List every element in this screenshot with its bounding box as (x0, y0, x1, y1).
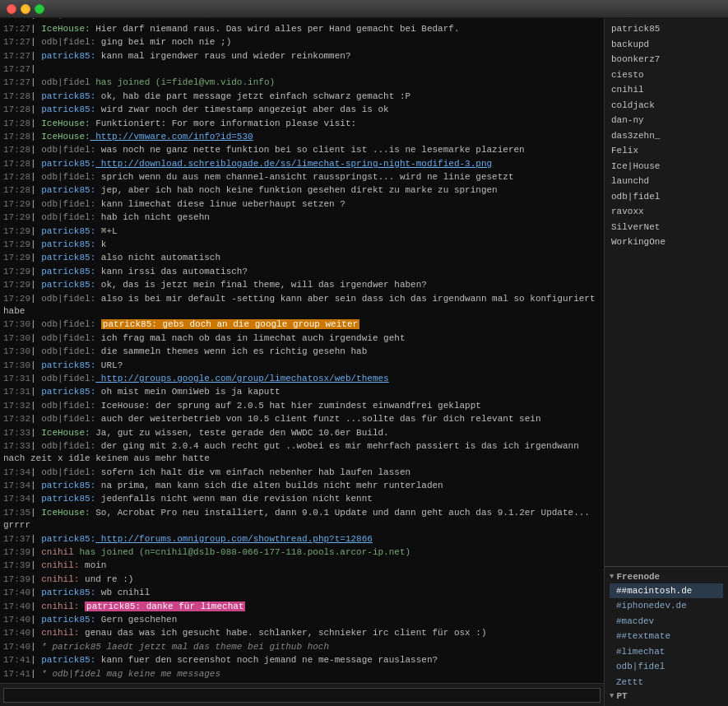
user-item[interactable]: ciesto (610, 67, 723, 83)
msg-time: 17:37 (3, 534, 30, 544)
nick: cnihil: (41, 601, 79, 611)
nick: IceHouse: (41, 428, 90, 438)
msg-line: 17:41| * odb|fidel mag keine me messages (3, 668, 600, 680)
nick: cnihil: (41, 574, 79, 584)
minimize-button[interactable] (21, 4, 30, 14)
link-text[interactable]: http://forums.omnigroup.com/showthread.p… (95, 534, 373, 544)
msg-line: 17:28| IceHouse: Funktioniert: For more … (3, 118, 600, 130)
msg-line: 17:35| IceHouse: So, Acrobat Pro neu ins… (3, 507, 600, 532)
channel-item[interactable]: #limechat (610, 644, 723, 660)
msg-line: 17:27| (3, 63, 600, 76)
msg-time: 17:31 (3, 387, 30, 397)
user-item[interactable]: Felix (610, 143, 723, 159)
nick: patrick85: (41, 280, 95, 290)
msg-line: 17:40| patrick85: Gern geschehen (3, 614, 600, 626)
msg-text: kann limechat diese linue ueberhaupt set… (95, 199, 345, 209)
msg-line: 17:27| odb|fidel: ging bei mir noch nie … (3, 36, 600, 49)
msg-line: 17:39| cnihil has joined (n=cnihil@dslb-… (3, 546, 600, 559)
msg-line: 17:29| odb|fidel: hab ich nicht gesehn (3, 211, 600, 224)
channel-group-header[interactable]: ▼Freenode (610, 570, 723, 583)
msg-line: 17:30| patrick85: URL? (3, 360, 600, 372)
user-item[interactable]: coldjack (610, 98, 723, 114)
user-item[interactable]: das3zehn_ (610, 128, 723, 144)
msg-time: 17:28 (3, 91, 30, 101)
msg-time: 17:29 (3, 212, 30, 222)
msg-line: 17:33| odb|fidel: der ging mit 2.0.4 auc… (3, 440, 600, 466)
nick: patrick85: (41, 267, 95, 276)
chat-input-area (0, 683, 604, 706)
join-text: has joined (n=cnihil@dslb-088-066-177-11… (74, 547, 410, 557)
link-text[interactable]: http://groups.google.com/group/limechato… (95, 374, 388, 383)
msg-line: 17:30| odb|fidel: die sammeln themes wen… (3, 346, 600, 358)
nick: odb|fidel: (41, 37, 95, 47)
msg-line: 17:34| patrick85: na prima, man kann sic… (3, 480, 600, 492)
msg-time: 17:34 (3, 467, 30, 477)
user-item[interactable]: boonkerz7 (610, 52, 723, 67)
msg-line: 17:26| odb|fidel: ok (3, 18, 600, 22)
user-item[interactable]: ravoxx (610, 204, 723, 220)
main-layout: 17:26| IceHouse: ich habe kein update ge… (0, 18, 728, 706)
user-item[interactable]: WorkingOne (610, 235, 723, 250)
channel-item[interactable]: ##macintosh.de (610, 583, 723, 599)
msg-text: ich frag mal nach ob das in limechat auc… (95, 333, 405, 343)
channel-item[interactable]: odb|fidel (610, 659, 723, 675)
triangle-icon: ▼ (610, 692, 614, 700)
msg-line: 17:28| odb|fidel: sprich wenn du aus nem… (3, 171, 600, 183)
channel-group-header[interactable]: ▼PT (610, 690, 723, 703)
msg-line: 17:29| patrick85: also nicht automatisch (3, 252, 600, 264)
maximize-button[interactable] (35, 4, 44, 14)
user-item[interactable]: patrick85 (610, 21, 723, 37)
nick: odb|fidel: (41, 346, 95, 356)
msg-text: jedenfalls nicht wenn man die revision n… (95, 494, 373, 504)
msg-line: 17:28| IceHouse: http://vmware.com/info?… (3, 131, 600, 143)
msg-line: 17:41| patrick85: kann fuer den screensh… (3, 654, 600, 667)
user-item[interactable]: odb|fidel (610, 189, 723, 205)
msg-text: wird zwar noch der timestamp angezeigt a… (95, 105, 388, 114)
msg-text: oh mist mein OmniWeb is ja kaputt (95, 387, 280, 397)
msg-line: 17:27| IceHouse: Hier darf niemand raus.… (3, 23, 600, 35)
nick: patrick85: (41, 239, 95, 249)
user-item[interactable]: dan-ny (610, 113, 723, 128)
nick: odb|fidel: (41, 333, 95, 343)
chat-input[interactable] (3, 688, 600, 703)
nick: patrick85: (41, 655, 95, 665)
title-bar (0, 0, 728, 18)
channel-item[interactable]: #macdev (610, 614, 723, 629)
user-item[interactable]: backupd (610, 37, 723, 53)
msg-time: 17:28 (3, 105, 30, 114)
user-item[interactable]: cnihil (610, 82, 723, 98)
link-text[interactable]: http://vmware.com/info?id=530 (90, 132, 253, 142)
nick: cnihil: (41, 628, 79, 638)
msg-line: 17:33| IceHouse: Ja, gut zu wissen, test… (3, 427, 600, 439)
channel-item[interactable]: Zettt (610, 675, 723, 690)
msg-time: 17:27 (3, 77, 30, 87)
chat-messages[interactable]: 17:26| IceHouse: ich habe kein update ge… (0, 18, 604, 683)
user-item[interactable]: launchd (610, 174, 723, 189)
msg-time: 17:28 (3, 172, 30, 182)
msg-text: was noch ne ganz nette funktion bei so c… (95, 145, 525, 155)
nick: odb|fidel: (41, 414, 95, 424)
msg-text: k (95, 239, 106, 249)
msg-text: IceHouse: der sprung auf 2.0.5 hat hier … (95, 401, 481, 411)
close-button[interactable] (7, 4, 16, 14)
msg-time: 17:35 (3, 508, 30, 518)
action-text: * odb|fidel mag keine me messages (41, 669, 220, 679)
user-item[interactable]: SilverNet (610, 220, 723, 235)
user-item[interactable]: Ice|House (610, 159, 723, 174)
channel-item[interactable]: ##textmate (610, 629, 723, 644)
msg-text: sprich wenn du aus nem channel-ansicht r… (95, 172, 513, 182)
msg-text: also nicht automatisch (95, 253, 220, 262)
msg-time: 17:40 (3, 615, 30, 625)
msg-text: jep, aber ich hab noch keine funktion ge… (95, 185, 497, 195)
nick: patrick85: (41, 387, 95, 397)
channel-item[interactable]: #iphonedev.de (610, 598, 723, 614)
msg-text: hab ich nicht gesehn (95, 212, 210, 222)
action-text: * patrick85 laedt jetzt mal das theme be… (41, 642, 329, 652)
msg-line: 17:28| patrick85: wird zwar noch der tim… (3, 104, 600, 116)
msg-text: ok, das is jetzt mein final theme, will … (95, 280, 427, 290)
msg-text: moin (79, 560, 106, 570)
link-text[interactable]: http://download.schreiblogade.de/ss/lime… (95, 159, 492, 169)
nick: patrick85: (41, 91, 95, 101)
msg-time: 17:41 (3, 655, 30, 665)
nick: patrick85: (41, 185, 95, 195)
